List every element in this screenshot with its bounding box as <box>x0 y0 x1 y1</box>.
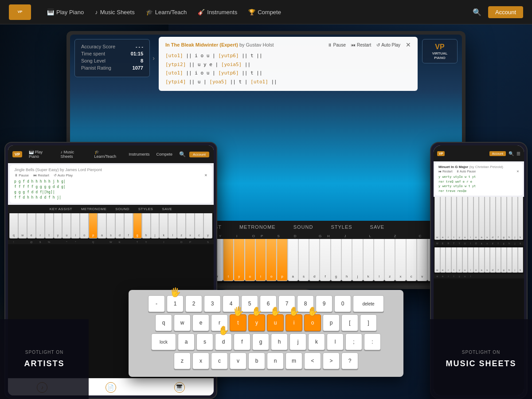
phone-wk-w[interactable]: w <box>434 197 440 240</box>
kb-key-c[interactable]: c <box>211 352 228 369</box>
tablet-wk-a[interactable]: a <box>98 213 106 239</box>
phone-wk-u[interactable]: u <box>462 197 468 240</box>
tablet-restart-btn[interactable]: ⏮ Restart <box>33 173 49 177</box>
phone-close-btn[interactable]: ✕ <box>516 170 519 173</box>
kb-key-e[interactable]: e <box>192 314 209 331</box>
kb-key-gt[interactable]: > <box>323 352 340 369</box>
kb-key-t[interactable]: 🖐 t <box>230 314 246 331</box>
tablet-wk-t[interactable]: t <box>45 213 54 239</box>
kb-key-k[interactable]: k <box>308 333 325 350</box>
phone-wk-t[interactable]: t <box>451 197 457 240</box>
tablet-account-button[interactable]: Account <box>189 152 209 157</box>
pause-button[interactable]: ⏸ Pause <box>328 43 346 47</box>
white-key-d[interactable]: d <box>309 239 320 281</box>
kb-key-j[interactable]: j <box>289 333 306 350</box>
tablet-wk-w[interactable]: w <box>18 213 27 239</box>
tablet-wk-k[interactable]: k <box>159 213 168 239</box>
phone-wk-r[interactable]: r <box>446 197 451 240</box>
kb-key-question[interactable]: ? <box>341 352 358 369</box>
phone-wk2-t[interactable]: t <box>451 247 457 273</box>
tablet-wk-v[interactable]: y <box>203 213 212 239</box>
kb-key-l[interactable]: l <box>327 333 344 350</box>
phone-wk-s[interactable]: s <box>485 197 490 240</box>
kb-key-2[interactable]: 2 <box>185 295 202 312</box>
phone-wk-h[interactable]: h <box>507 197 512 240</box>
tablet-nav-play[interactable]: 🎹 Play Piano <box>29 150 54 159</box>
tablet-wk-x[interactable]: x <box>186 213 195 239</box>
kb-key-lock[interactable]: lock <box>151 333 176 350</box>
kb-key-y[interactable]: ✋ y <box>248 314 265 331</box>
kb-key-o[interactable]: ✋ o <box>304 314 321 331</box>
tablet-wk-p[interactable]: p <box>89 213 98 239</box>
tablet-search-icon[interactable]: 🔍 <box>179 151 186 157</box>
tablet-wk-l[interactable]: l <box>168 213 177 239</box>
tablet-close-btn[interactable]: ✕ <box>204 173 207 177</box>
tablet-wk-f[interactable]: f <box>124 213 133 239</box>
white-key-a[interactable]: a <box>288 239 298 281</box>
tablet-wk-g[interactable]: g <box>133 213 142 239</box>
white-key-f[interactable]: f <box>320 239 330 281</box>
phone-wk-k[interactable]: k <box>518 197 524 240</box>
phone-wk-y[interactable]: y <box>457 197 462 240</box>
kb-key-i[interactable]: ✋ i <box>286 314 302 331</box>
tablet-wk-q[interactable]: q <box>9 213 18 239</box>
tablet-wk-y[interactable]: y <box>54 213 63 239</box>
phone-wk2-s[interactable]: s <box>485 247 490 273</box>
kb-key-q[interactable]: q <box>155 314 172 331</box>
kb-key-b[interactable]: b <box>248 352 265 369</box>
phone-wk2-a[interactable]: a <box>479 247 485 273</box>
save-button[interactable]: SAVE <box>370 224 385 230</box>
phone-wk-a[interactable]: a <box>479 197 485 240</box>
phone-wk2-u[interactable]: u <box>462 247 468 273</box>
tablet-sound-btn[interactable]: SOUND <box>115 207 129 211</box>
phone-wk2-k[interactable]: k <box>518 247 524 273</box>
phone-wk-f[interactable]: f <box>496 197 501 240</box>
phone-wk-e[interactable]: e <box>440 197 446 240</box>
tablet-bottom-sheets[interactable]: 📄 <box>106 382 116 393</box>
tablet-wk-i[interactable]: i <box>71 213 80 239</box>
kb-key-g[interactable]: g <box>252 333 269 350</box>
kb-key-x[interactable]: x <box>192 352 209 369</box>
tablet-key-assist-btn[interactable]: KEY ASSIST <box>50 207 72 211</box>
phone-autopause-btn[interactable]: ⏸ Auto Pause <box>456 170 476 173</box>
autoplay-button[interactable]: ↺ Auto Play <box>376 43 400 47</box>
phone-wk2-f[interactable]: f <box>496 247 501 273</box>
white-key-o[interactable]: o <box>266 239 277 281</box>
white-key-s[interactable]: s <box>298 239 309 281</box>
white-key-j[interactable]: j <box>352 239 363 281</box>
white-key-l[interactable]: l <box>374 239 384 281</box>
phone-menu-icon[interactable]: ☰ <box>516 151 520 156</box>
kb-key-semicolon[interactable]: ; <box>345 333 362 350</box>
white-key-x[interactable]: x <box>395 239 406 281</box>
kb-key-minus[interactable]: - <box>148 295 165 312</box>
tablet-nav-instruments[interactable]: Instruments <box>129 152 150 156</box>
white-key-v[interactable]: v <box>417 239 427 281</box>
white-key-c[interactable]: c <box>406 239 417 281</box>
kb-key-p[interactable]: p <box>323 314 340 331</box>
phone-wk-i[interactable]: i <box>468 197 473 240</box>
nav-instruments[interactable]: 🎸 Instruments <box>198 9 237 16</box>
phone-wk2-d[interactable]: d <box>490 247 496 273</box>
kb-key-z[interactable]: z <box>174 352 191 369</box>
kb-key-u[interactable]: ✋ u <box>267 314 284 331</box>
tablet-wk-u[interactable]: u <box>62 213 71 239</box>
kb-key-3[interactable]: 3 <box>204 295 221 312</box>
phone-wk2-o[interactable]: o <box>473 247 479 273</box>
phone-wk2-w[interactable]: w <box>434 247 440 273</box>
phone-restart-btn[interactable]: ⏮ Restart <box>438 170 453 173</box>
white-key-y[interactable]: y <box>234 239 244 281</box>
tablet-autoplay-btn[interactable]: ↺ Auto Play <box>54 173 73 177</box>
kb-key-bracket-right[interactable]: ] <box>360 314 377 331</box>
tablet-bottom-piano[interactable]: 🎹 <box>174 382 185 393</box>
tablet-pause-btn[interactable]: ⏸ Pause <box>14 173 29 177</box>
tablet-nav-sheets[interactable]: ♪ Music Sheets <box>61 150 88 159</box>
tablet-wk-h[interactable]: h <box>142 213 151 239</box>
tablet-wk-s[interactable]: s <box>106 213 115 239</box>
white-key-h[interactable]: h <box>341 239 352 281</box>
kb-key-1[interactable]: 🖐 1 <box>167 295 184 312</box>
kb-key-a[interactable]: a <box>178 333 195 350</box>
phone-wk-d[interactable]: d <box>490 197 496 240</box>
kb-key-lt[interactable]: < <box>304 352 321 369</box>
tablet-wk-o[interactable]: o <box>80 213 89 239</box>
phone-wk-j[interactable]: j <box>512 197 518 240</box>
